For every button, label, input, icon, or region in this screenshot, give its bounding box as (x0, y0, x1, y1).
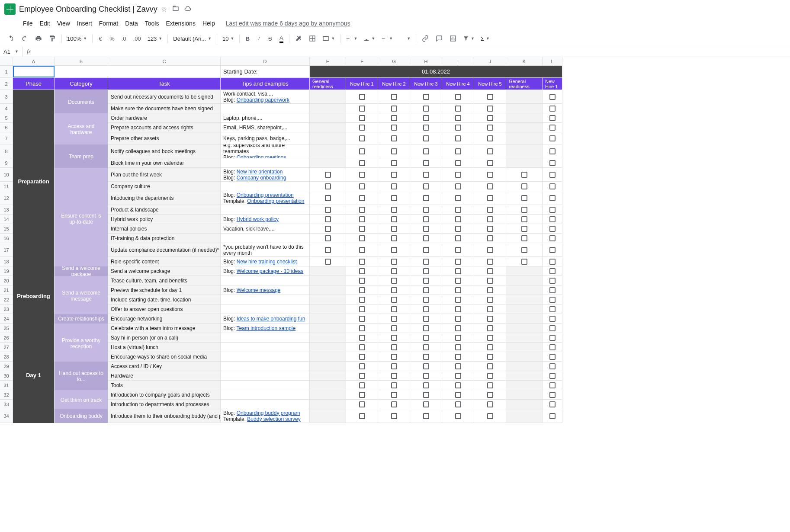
bold-button[interactable]: B (242, 33, 253, 44)
check-cell[interactable] (474, 243, 506, 256)
undo-button[interactable] (4, 33, 17, 44)
starting-date-value[interactable]: 01.08.2022 (310, 66, 562, 77)
check-cell[interactable] (442, 362, 474, 371)
checkbox[interactable] (391, 354, 397, 360)
check-cell[interactable] (543, 362, 562, 371)
check-cell[interactable] (310, 390, 346, 399)
check-cell[interactable] (378, 266, 410, 276)
checkbox[interactable] (359, 160, 365, 166)
checkbox[interactable] (423, 316, 429, 322)
row-header-15[interactable]: 15 (0, 224, 13, 234)
check-cell[interactable] (310, 144, 346, 158)
checkbox[interactable] (487, 247, 493, 253)
task-cell[interactable]: Tools (108, 381, 221, 390)
column-header-L[interactable]: L (543, 57, 562, 65)
tips-cell[interactable] (221, 352, 310, 361)
check-cell[interactable] (506, 215, 543, 224)
check-cell[interactable] (346, 205, 378, 214)
checkbox[interactable] (549, 373, 556, 379)
checkbox[interactable] (487, 235, 493, 241)
check-cell[interactable] (378, 215, 410, 224)
tips-cell[interactable]: e.g. supervisors and future teammatesBlo… (221, 144, 310, 158)
check-cell[interactable] (506, 144, 543, 158)
checkbox[interactable] (487, 148, 493, 154)
checkbox[interactable] (359, 278, 365, 284)
check-cell[interactable] (378, 304, 410, 314)
checkbox[interactable] (487, 183, 493, 189)
check-cell[interactable] (410, 90, 442, 103)
checkbox[interactable] (359, 392, 365, 398)
check-cell[interactable] (410, 182, 442, 191)
checkbox[interactable] (423, 268, 429, 274)
check-cell[interactable] (543, 304, 562, 314)
check-cell[interactable] (346, 266, 378, 276)
checkbox[interactable] (391, 344, 397, 350)
percent-button[interactable]: % (106, 33, 118, 44)
checkbox[interactable] (391, 382, 397, 388)
menu-help[interactable]: Help (199, 18, 218, 29)
tips-cell[interactable]: Work contract, visa,...Blog: Onboarding … (221, 90, 310, 103)
checkbox[interactable] (455, 354, 461, 360)
tips-cell[interactable]: Email, HRMS, sharepoint,... (221, 123, 310, 132)
checkbox[interactable] (455, 306, 461, 312)
checkbox[interactable] (549, 306, 556, 312)
check-cell[interactable] (378, 243, 410, 256)
row-header-6[interactable]: 6 (0, 123, 13, 132)
checkbox[interactable] (423, 148, 429, 154)
row-header-27[interactable]: 27 (0, 343, 13, 352)
check-cell[interactable] (346, 123, 378, 132)
check-cell[interactable] (442, 132, 474, 144)
check-cell[interactable] (310, 168, 346, 181)
check-cell[interactable] (378, 324, 410, 333)
check-cell[interactable] (346, 113, 378, 122)
row-header-19[interactable]: 19 (0, 266, 13, 276)
check-cell[interactable] (474, 104, 506, 113)
check-cell[interactable] (474, 304, 506, 314)
checkbox[interactable] (325, 247, 331, 253)
task-cell[interactable]: Update compliance documentation (if need… (108, 243, 221, 256)
row-header-33[interactable]: 33 (0, 400, 13, 409)
row-header-16[interactable]: 16 (0, 234, 13, 243)
check-cell[interactable] (442, 224, 474, 233)
tips-cell[interactable]: Blog: Welcome message (221, 285, 310, 295)
tips-cell[interactable]: Blog: New hire training checklist (221, 257, 310, 266)
check-cell[interactable] (410, 191, 442, 205)
checkbox[interactable] (359, 115, 365, 121)
checkbox[interactable] (391, 172, 397, 178)
check-cell[interactable] (543, 234, 562, 243)
check-cell[interactable] (410, 314, 442, 323)
check-cell[interactable] (346, 324, 378, 333)
checkbox[interactable] (487, 195, 493, 201)
tips-cell[interactable]: Vacation, sick leave,... (221, 224, 310, 233)
row-header-3[interactable]: 3 (0, 90, 13, 104)
check-cell[interactable] (442, 257, 474, 266)
checkbox[interactable] (549, 297, 556, 303)
task-cell[interactable]: Introduction to departments and processe… (108, 400, 221, 409)
check-cell[interactable] (310, 257, 346, 266)
checkbox[interactable] (487, 306, 493, 312)
check-cell[interactable] (543, 158, 562, 167)
checkbox[interactable] (391, 195, 397, 201)
task-cell[interactable]: Make sure the documents have been signed (108, 104, 221, 113)
checkbox[interactable] (391, 125, 397, 131)
rotate-button[interactable]: ▼ (396, 34, 413, 43)
check-cell[interactable] (410, 243, 442, 256)
checkbox[interactable] (359, 335, 365, 341)
check-cell[interactable] (378, 314, 410, 323)
checkbox[interactable] (549, 354, 556, 360)
checkbox[interactable] (391, 183, 397, 189)
check-cell[interactable] (506, 205, 543, 214)
tips-cell[interactable]: Laptop, phone,... (221, 113, 310, 122)
checkbox[interactable] (455, 297, 461, 303)
check-cell[interactable] (474, 132, 506, 144)
check-cell[interactable] (346, 295, 378, 304)
checkbox[interactable] (487, 94, 493, 100)
checkbox[interactable] (549, 259, 556, 265)
check-cell[interactable] (346, 371, 378, 380)
checkbox[interactable] (549, 392, 556, 398)
checkbox[interactable] (455, 373, 461, 379)
row-header-23[interactable]: 23 (0, 304, 13, 314)
check-cell[interactable] (442, 182, 474, 191)
column-header-J[interactable]: J (474, 57, 506, 65)
check-cell[interactable] (474, 333, 506, 342)
